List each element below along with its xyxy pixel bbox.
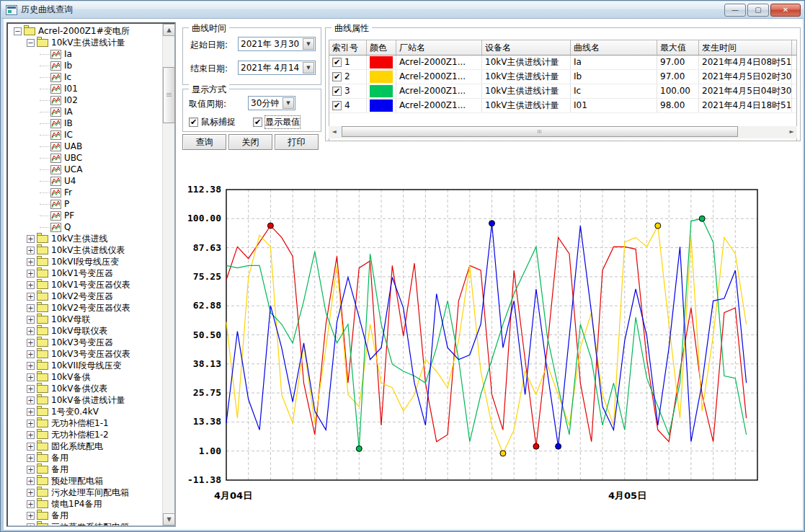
tree-item[interactable]: PF: [8, 210, 162, 221]
expand-box-icon[interactable]: +: [27, 270, 35, 278]
tree-item[interactable]: −Acrel-2000Z1#变电所: [8, 25, 162, 37]
tree-item[interactable]: +10kVI段母线压变: [8, 256, 162, 267]
expand-box-icon[interactable]: +: [27, 466, 35, 474]
tree-item[interactable]: +10kV2号变压器: [8, 291, 162, 302]
column-header[interactable]: 厂站名: [396, 40, 482, 55]
row-checkbox[interactable]: ✔: [332, 72, 342, 81]
tree-item[interactable]: +10kV母联: [8, 314, 162, 325]
tree-item[interactable]: Ic: [8, 71, 162, 83]
tree-item[interactable]: +预处理配电箱: [8, 475, 162, 487]
tree-item[interactable]: +污水处理车间配电箱: [8, 487, 162, 498]
expand-box-icon[interactable]: +: [27, 385, 35, 393]
column-header[interactable]: 颜色: [367, 40, 396, 55]
row-checkbox[interactable]: ✔: [332, 87, 342, 96]
mouse-capture-checkbox[interactable]: ✔: [189, 118, 198, 127]
maximize-button[interactable]: ▢: [747, 4, 769, 17]
tree-item[interactable]: +10kV2号变压器仪表: [8, 302, 162, 314]
tree-item[interactable]: +10kV备供: [8, 371, 162, 383]
expand-box-icon[interactable]: +: [27, 408, 35, 416]
collapse-box-icon[interactable]: −: [14, 27, 22, 35]
tree-item[interactable]: UCA: [8, 164, 162, 175]
expand-box-icon[interactable]: +: [27, 304, 35, 312]
tree-item[interactable]: P: [8, 198, 162, 210]
tree-item[interactable]: +备用: [8, 452, 162, 464]
table-row[interactable]: ✔1Acrel-2000Z1...10kV主供进线计量Ia97.002021年4…: [329, 56, 796, 70]
tree-item[interactable]: +10kV母联仪表: [8, 325, 162, 337]
tree-item[interactable]: +无功补偿柜1-1: [8, 417, 162, 429]
expand-box-icon[interactable]: +: [27, 235, 35, 243]
chart-canvas[interactable]: 112.38100.0087.6375.2562.8850.5038.1325.…: [177, 152, 803, 530]
tree-item[interactable]: +10kV3号变压器仪表: [8, 348, 162, 360]
tree-item[interactable]: IA: [8, 106, 162, 118]
tree-item[interactable]: Fr: [8, 187, 162, 198]
expand-box-icon[interactable]: +: [27, 454, 35, 462]
tree-item[interactable]: +三效蒸发系统配电箱: [8, 521, 162, 526]
scroll-up-icon[interactable]: ▲: [163, 24, 175, 36]
tree-item[interactable]: I01: [8, 83, 162, 94]
tree-item[interactable]: +备用: [8, 510, 162, 521]
scroll-down-icon[interactable]: ▼: [163, 513, 175, 526]
collapse-box-icon[interactable]: −: [27, 39, 35, 47]
tree-item[interactable]: Ia: [8, 48, 162, 60]
tree-item[interactable]: +10kV主供进线仪表: [8, 244, 162, 256]
column-header[interactable]: 曲线名: [571, 40, 657, 55]
tree-item[interactable]: +1号变0.4kV: [8, 406, 162, 417]
expand-box-icon[interactable]: +: [27, 431, 35, 439]
expand-box-icon[interactable]: +: [27, 247, 35, 254]
scroll-right-icon[interactable]: ►: [786, 126, 797, 137]
tree-item[interactable]: UAB: [8, 141, 162, 152]
tree-item[interactable]: +10kV1号变压器: [8, 267, 162, 279]
end-date-dropdown-icon[interactable]: ▼: [303, 62, 314, 74]
tree-item[interactable]: +固化系统配电: [8, 440, 162, 452]
show-extremes-option[interactable]: ✔ 显示最值: [253, 116, 300, 128]
table-row[interactable]: ✔3Acrel-2000Z1...10kV主供进线计量Ic100.002021年…: [329, 84, 796, 99]
query-button[interactable]: 查询: [182, 134, 226, 150]
tree-item[interactable]: +10kV备供进线计量: [8, 394, 162, 406]
expand-box-icon[interactable]: +: [27, 500, 35, 508]
tree-item[interactable]: +10kV3号变压器: [8, 337, 162, 348]
tree-item[interactable]: +10kV备供仪表: [8, 383, 162, 394]
tree-item[interactable]: Q: [8, 221, 162, 233]
title-bar[interactable]: 历史曲线查询 — ▢ ✕: [1, 1, 804, 19]
expand-box-icon[interactable]: +: [27, 362, 35, 370]
tree-item[interactable]: +备用: [8, 464, 162, 475]
table-scroll-thumb[interactable]: [342, 126, 738, 137]
period-select[interactable]: 30分钟 ▼: [248, 96, 295, 110]
expand-box-icon[interactable]: +: [27, 512, 35, 520]
start-date-picker[interactable]: 2021年 3月30 ▼: [238, 37, 316, 51]
mouse-capture-option[interactable]: ✔ 鼠标捕捉: [189, 116, 236, 128]
expand-box-icon[interactable]: +: [27, 477, 35, 485]
expand-box-icon[interactable]: +: [27, 350, 35, 358]
tree-item[interactable]: IB: [8, 118, 162, 129]
expand-box-icon[interactable]: +: [27, 443, 35, 451]
column-header[interactable]: 设备名: [482, 40, 571, 55]
expand-box-icon[interactable]: +: [27, 420, 35, 427]
expand-box-icon[interactable]: +: [27, 396, 35, 404]
expand-box-icon[interactable]: +: [27, 339, 35, 347]
tree-item[interactable]: UBC: [8, 152, 162, 164]
tree-scroll-thumb[interactable]: [163, 67, 175, 123]
column-header[interactable]: 最大值: [657, 40, 699, 55]
tree-item[interactable]: U4: [8, 175, 162, 187]
table-row[interactable]: ✔4Acrel-2000Z1...10kV主供进线计量I0198.002021年…: [329, 99, 796, 113]
tree-item[interactable]: +10kVII段母线压变: [8, 360, 162, 371]
expand-box-icon[interactable]: +: [27, 373, 35, 381]
tree-item[interactable]: +馈电1P4备用: [8, 498, 162, 510]
row-checkbox[interactable]: ✔: [332, 58, 342, 67]
expand-box-icon[interactable]: +: [27, 281, 35, 289]
expand-box-icon[interactable]: +: [27, 523, 35, 526]
expand-box-icon[interactable]: +: [27, 327, 35, 335]
tree-item[interactable]: I02: [8, 94, 162, 106]
tree-item[interactable]: Ib: [8, 60, 162, 71]
table-horizontal-scrollbar[interactable]: ◄ ►: [329, 126, 797, 138]
print-button[interactable]: 打印: [275, 134, 319, 150]
start-date-dropdown-icon[interactable]: ▼: [303, 38, 314, 50]
column-header[interactable]: 索引号: [329, 40, 367, 55]
app-icon[interactable]: [6, 5, 17, 15]
tree-vertical-scrollbar[interactable]: ▲ ▼: [162, 24, 174, 526]
expand-box-icon[interactable]: +: [27, 293, 35, 301]
end-date-picker[interactable]: 2021年 4月14 ▼: [238, 61, 316, 75]
tree-item[interactable]: +10kV主供进线: [8, 233, 162, 244]
expand-box-icon[interactable]: +: [27, 258, 35, 266]
close-action-button[interactable]: 关闭: [228, 134, 272, 150]
